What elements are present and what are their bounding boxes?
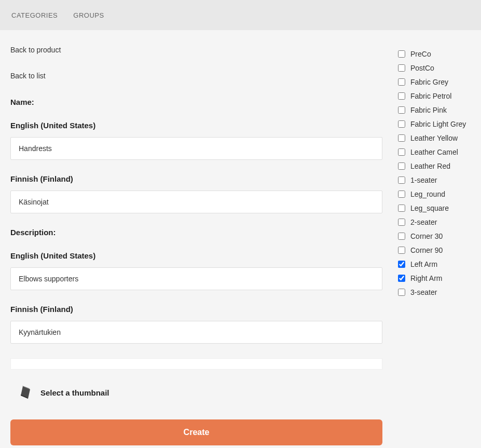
option-checkbox[interactable]	[398, 92, 405, 100]
option-row: Corner 30	[398, 232, 471, 240]
back-to-product-link[interactable]: Back to product	[10, 46, 61, 54]
option-label[interactable]: 1-seater	[410, 176, 437, 184]
option-checkbox[interactable]	[398, 233, 405, 240]
option-row: Left Arm	[398, 260, 471, 268]
option-row: 2-seater	[398, 218, 471, 226]
option-label[interactable]: Fabric Grey	[410, 78, 448, 86]
option-checkbox[interactable]	[398, 78, 405, 86]
option-row: Leg_round	[398, 190, 471, 198]
create-button[interactable]: Create	[10, 419, 382, 445]
option-label[interactable]: Fabric Pink	[410, 106, 447, 114]
option-checkbox[interactable]	[398, 261, 405, 268]
name-fi-input[interactable]	[10, 191, 382, 213]
option-row: Fabric Pink	[398, 106, 471, 114]
option-row: Corner 90	[398, 246, 471, 254]
option-checkbox[interactable]	[398, 191, 405, 198]
option-label[interactable]: Corner 90	[410, 246, 443, 254]
option-label[interactable]: Leather Yellow	[410, 134, 458, 142]
option-label[interactable]: Leg_square	[410, 204, 449, 212]
option-row: Leather Yellow	[398, 134, 471, 142]
tab-categories[interactable]: CATEGORIES	[11, 11, 58, 19]
option-label[interactable]: Leather Camel	[410, 148, 458, 156]
empty-bar	[10, 358, 382, 370]
name-en-input[interactable]	[10, 137, 382, 160]
name-en-label: English (United States)	[10, 121, 382, 130]
option-checkbox[interactable]	[398, 162, 405, 170]
tab-groups[interactable]: GROUPS	[73, 11, 104, 19]
option-row: Fabric Light Grey	[398, 120, 471, 128]
tab-bar: CATEGORIES GROUPS	[0, 0, 481, 30]
option-checkbox[interactable]	[398, 120, 405, 128]
desc-en-label: English (United States)	[10, 251, 382, 260]
option-checkbox[interactable]	[398, 64, 405, 72]
thumbnail-selector[interactable]: Select a thumbnail	[10, 385, 382, 400]
option-checkbox[interactable]	[398, 106, 405, 114]
option-label[interactable]: Left Arm	[410, 260, 437, 268]
desc-en-input[interactable]	[10, 267, 382, 290]
option-checkbox[interactable]	[398, 134, 405, 142]
option-label[interactable]: Corner 30	[410, 232, 443, 240]
option-label[interactable]: Leg_round	[410, 190, 445, 198]
option-checkbox[interactable]	[398, 205, 405, 212]
option-row: Fabric Petrol	[398, 92, 471, 100]
option-row: PreCo	[398, 50, 471, 58]
back-to-list-link[interactable]: Back to list	[10, 72, 46, 80]
thumbnail-icon	[20, 385, 31, 400]
option-checkbox[interactable]	[398, 50, 405, 58]
desc-section-label: Description:	[10, 228, 382, 237]
option-label[interactable]: Leather Red	[410, 162, 450, 170]
option-checkbox[interactable]	[398, 177, 405, 184]
option-label[interactable]: Right Arm	[410, 274, 442, 282]
options-panel: PreCoPostCoFabric GreyFabric PetrolFabri…	[398, 46, 471, 448]
option-row: Leather Camel	[398, 148, 471, 156]
option-label[interactable]: PostCo	[410, 64, 434, 72]
option-label[interactable]: 3-seater	[410, 288, 437, 296]
option-label[interactable]: Fabric Petrol	[410, 92, 451, 100]
desc-fi-input[interactable]	[10, 321, 382, 344]
option-checkbox[interactable]	[398, 247, 405, 254]
option-row: Leg_square	[398, 204, 471, 212]
option-checkbox[interactable]	[398, 148, 405, 156]
name-section-label: Name:	[10, 98, 382, 106]
thumbnail-label: Select a thumbnail	[40, 388, 109, 397]
option-row: Fabric Grey	[398, 78, 471, 86]
option-row: 1-seater	[398, 176, 471, 184]
option-label[interactable]: Fabric Light Grey	[410, 120, 466, 128]
option-row: Leather Red	[398, 162, 471, 170]
option-checkbox[interactable]	[398, 219, 405, 226]
option-label[interactable]: 2-seater	[410, 218, 437, 226]
name-fi-label: Finnish (Finland)	[10, 174, 382, 183]
option-row: Right Arm	[398, 274, 471, 282]
option-row: PostCo	[398, 64, 471, 72]
option-checkbox[interactable]	[398, 275, 405, 282]
option-label[interactable]: PreCo	[410, 50, 431, 58]
option-row: 3-seater	[398, 288, 471, 296]
option-checkbox[interactable]	[398, 289, 405, 296]
desc-fi-label: Finnish (Finland)	[10, 305, 382, 314]
